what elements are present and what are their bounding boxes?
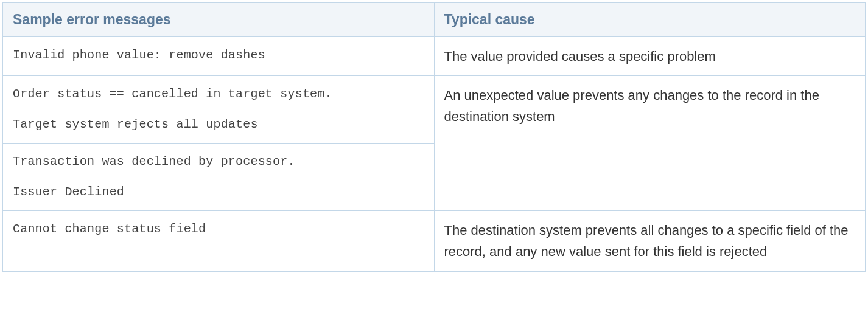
error-text: Cannot change status field xyxy=(13,222,206,236)
error-cell: Cannot change status field xyxy=(3,211,435,271)
header-typical-cause: Typical cause xyxy=(434,3,866,37)
cause-cell: The value provided causes a specific pro… xyxy=(434,37,866,76)
error-text: Invalid phone value: remove dashes xyxy=(13,48,265,62)
cause-cell: The destination system prevents all chan… xyxy=(434,211,866,271)
error-cell: Invalid phone value: remove dashes xyxy=(3,37,435,76)
error-text: Transaction was declined by processor. xyxy=(13,154,295,168)
table-row: Invalid phone value: remove dashes The v… xyxy=(3,37,866,76)
header-error-messages: Sample error messages xyxy=(3,3,435,37)
table-row: Order status == cancelled in target syst… xyxy=(3,76,866,144)
error-text-line2: Target system rejects all updates xyxy=(13,115,424,134)
error-text-line2: Issuer Declined xyxy=(13,182,424,202)
error-text: Order status == cancelled in target syst… xyxy=(13,87,332,101)
cause-cell: An unexpected value prevents any changes… xyxy=(434,76,866,211)
error-cell: Order status == cancelled in target syst… xyxy=(3,76,435,144)
table-row: Cannot change status field The destinati… xyxy=(3,211,866,271)
error-table: Sample error messages Typical cause Inva… xyxy=(2,2,866,272)
error-cell: Transaction was declined by processor. I… xyxy=(3,144,435,211)
table-header-row: Sample error messages Typical cause xyxy=(3,3,866,37)
